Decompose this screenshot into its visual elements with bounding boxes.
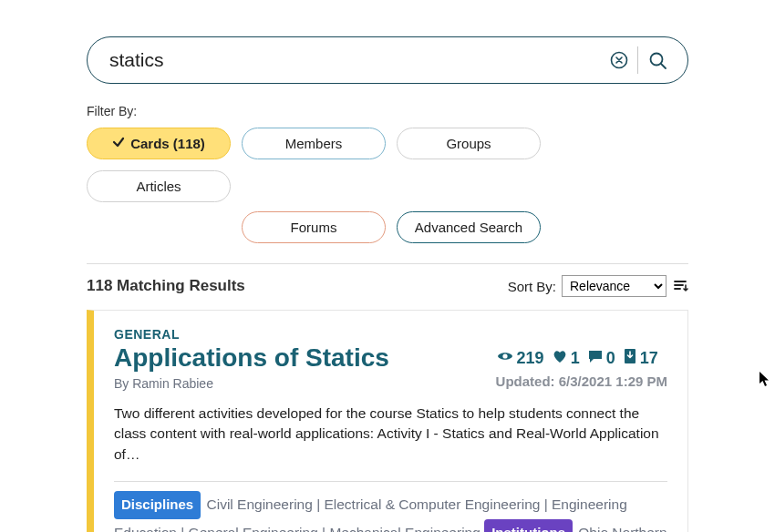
eye-icon: [496, 347, 514, 370]
filter-row-1: Cards (118) Members Groups Articles: [87, 128, 688, 202]
divider: [114, 481, 667, 482]
check-icon: [112, 136, 125, 151]
card-byline: By Ramin Rabiee: [114, 376, 389, 391]
stat-downloads-value: 17: [640, 349, 658, 368]
search-icon[interactable]: [647, 50, 667, 70]
institutions-badge[interactable]: Institutions: [484, 519, 573, 532]
filter-cards[interactable]: Cards (118): [87, 128, 231, 159]
stat-views-value: 219: [517, 349, 544, 368]
heart-icon: [552, 348, 568, 369]
filter-forums[interactable]: Forums: [242, 211, 386, 243]
divider: [637, 46, 638, 74]
result-card[interactable]: GENERAL Applications of Statics By Ramin…: [87, 310, 688, 532]
stat-likes: 1: [552, 348, 580, 369]
sort-direction-icon[interactable]: [672, 277, 688, 296]
stat-likes-value: 1: [571, 349, 580, 368]
filter-by-label: Filter By:: [87, 104, 688, 118]
clear-icon[interactable]: [610, 51, 628, 69]
svg-line-2: [661, 64, 666, 68]
results-header: 118 Matching Results Sort By: Relevance: [87, 275, 688, 297]
filter-cards-label: Cards (118): [130, 136, 205, 151]
download-icon: [623, 348, 637, 369]
stat-comments: 0: [587, 348, 615, 369]
filter-advanced[interactable]: Advanced Search: [397, 211, 541, 243]
filter-row-2: Forums Advanced Search: [242, 211, 688, 243]
card-stats: 219 1 0: [496, 347, 667, 370]
comment-icon: [587, 348, 604, 369]
sort-by-label: Sort By:: [508, 279, 556, 294]
card-description: Two different activities developed for t…: [114, 404, 667, 465]
stat-views: 219: [496, 347, 544, 370]
card-updated: Updated: 6/3/2021 1:29 PM: [496, 373, 667, 389]
results-count: 118 Matching Results: [87, 277, 245, 295]
sort-group: Sort By: Relevance: [508, 275, 688, 297]
filter-articles[interactable]: Articles: [87, 170, 231, 202]
disciplines-badge[interactable]: Disciplines: [114, 491, 201, 519]
card-title[interactable]: Applications of Statics: [114, 343, 389, 373]
svg-point-3: [502, 353, 507, 358]
sort-select[interactable]: Relevance: [562, 275, 666, 297]
search-bar: [87, 36, 688, 84]
divider: [87, 263, 688, 264]
filter-members[interactable]: Members: [242, 128, 386, 159]
filter-groups[interactable]: Groups: [397, 128, 541, 159]
search-input[interactable]: [108, 48, 601, 72]
stat-downloads: 17: [623, 348, 658, 369]
card-tags: Disciplines Civil Engineering | Electric…: [114, 491, 667, 532]
card-category: GENERAL: [114, 327, 389, 342]
stat-comments-value: 0: [606, 349, 615, 368]
